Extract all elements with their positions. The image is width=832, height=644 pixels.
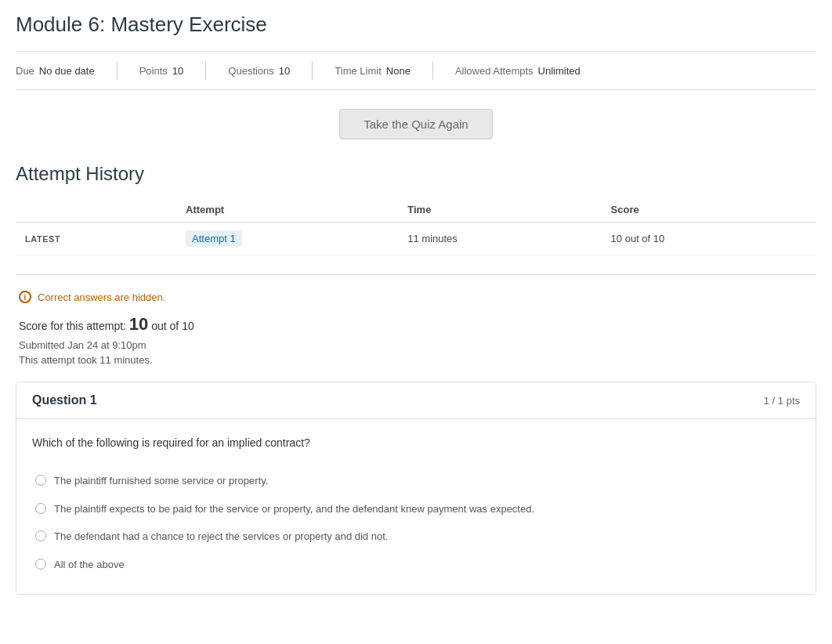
score-number: 10 bbox=[129, 314, 148, 334]
meta-time-limit: Time Limit None bbox=[335, 65, 432, 77]
allowed-attempts-value: Unlimited bbox=[538, 65, 581, 77]
question-1-card: Question 1 1 / 1 pts Which of the follow… bbox=[16, 382, 816, 595]
allowed-attempts-label: Allowed Attempts bbox=[455, 65, 534, 77]
score-line: Score for this attempt: 10 out of 10 bbox=[19, 314, 816, 335]
meta-points: Points 10 bbox=[139, 65, 206, 77]
radio-4[interactable] bbox=[35, 559, 46, 570]
question-1-header: Question 1 1 / 1 pts bbox=[16, 382, 816, 419]
correct-answers-notice: i Correct answers are hidden. bbox=[19, 291, 816, 303]
question-1-pts: 1 / 1 pts bbox=[764, 395, 800, 407]
meta-due: Due No due date bbox=[16, 65, 117, 77]
col-header-attempt: Attempt bbox=[176, 197, 398, 223]
answer-option-2: The plaintiff expects to be paid for the… bbox=[32, 495, 800, 523]
questions-label: Questions bbox=[228, 65, 274, 77]
radio-1[interactable] bbox=[35, 475, 46, 486]
col-header-score: Score bbox=[602, 197, 816, 223]
attempt-score-cell: 10 out of 10 bbox=[602, 223, 816, 255]
submitted-line: Submitted Jan 24 at 9:10pm bbox=[19, 339, 816, 351]
col-header-time: Time bbox=[398, 197, 601, 223]
meta-divider-4 bbox=[432, 61, 433, 80]
attempt-1-link[interactable]: Attempt 1 bbox=[186, 230, 242, 247]
answer-text-3: The defendant had a chance to reject the… bbox=[54, 529, 388, 545]
take-quiz-btn-wrapper: Take the Quiz Again bbox=[16, 109, 816, 139]
page-title: Module 6: Mastery Exercise bbox=[16, 13, 816, 37]
page-container: Module 6: Mastery Exercise Due No due da… bbox=[0, 0, 832, 607]
meta-divider-2 bbox=[205, 61, 206, 80]
attempt-history-table: Attempt Time Score LATEST Attempt 1 11 m… bbox=[16, 197, 816, 255]
answer-text-1: The plaintiff furnished some service or … bbox=[54, 473, 268, 489]
take-quiz-button[interactable]: Take the Quiz Again bbox=[339, 109, 492, 139]
took-time-line: This attempt took 11 minutes. bbox=[19, 354, 816, 366]
answer-option-1: The plaintiff furnished some service or … bbox=[32, 467, 800, 495]
notice-icon: i bbox=[19, 291, 31, 303]
time-limit-label: Time Limit bbox=[335, 65, 381, 77]
attempt-history-title: Attempt History bbox=[16, 163, 816, 185]
attempt-link-cell: Attempt 1 bbox=[176, 223, 398, 255]
score-label: Score for this attempt: bbox=[19, 320, 126, 332]
due-label: Due bbox=[16, 65, 34, 77]
due-value: No due date bbox=[39, 65, 95, 77]
score-out-of: out of 10 bbox=[151, 320, 194, 332]
question-1-text: Which of the following is required for a… bbox=[32, 435, 800, 451]
points-value: 10 bbox=[172, 65, 183, 77]
question-1-title: Question 1 bbox=[32, 393, 97, 407]
divider bbox=[16, 274, 816, 275]
table-row: LATEST Attempt 1 11 minutes 10 out of 10 bbox=[16, 223, 816, 255]
meta-allowed-attempts: Allowed Attempts Unlimited bbox=[455, 65, 602, 77]
result-info-section: i Correct answers are hidden. Score for … bbox=[16, 291, 816, 366]
meta-divider-1 bbox=[117, 61, 118, 80]
answer-text-2: The plaintiff expects to be paid for the… bbox=[54, 501, 534, 517]
time-limit-value: None bbox=[386, 65, 411, 77]
radio-2[interactable] bbox=[35, 503, 46, 514]
attempt-time-cell: 11 minutes bbox=[398, 223, 601, 255]
answer-text-4: All of the above bbox=[54, 557, 125, 573]
meta-questions: Questions 10 bbox=[228, 65, 312, 77]
question-1-body: Which of the following is required for a… bbox=[16, 419, 816, 594]
questions-value: 10 bbox=[279, 65, 290, 77]
points-label: Points bbox=[139, 65, 168, 77]
meta-bar: Due No due date Points 10 Questions 10 T… bbox=[16, 51, 816, 90]
answer-option-4: All of the above bbox=[32, 551, 800, 579]
answer-option-3: The defendant had a chance to reject the… bbox=[32, 523, 800, 551]
latest-label: LATEST bbox=[16, 223, 176, 255]
notice-text: Correct answers are hidden. bbox=[38, 291, 165, 303]
col-header-latest bbox=[16, 197, 176, 223]
meta-divider-3 bbox=[312, 61, 313, 80]
radio-3[interactable] bbox=[35, 530, 46, 541]
